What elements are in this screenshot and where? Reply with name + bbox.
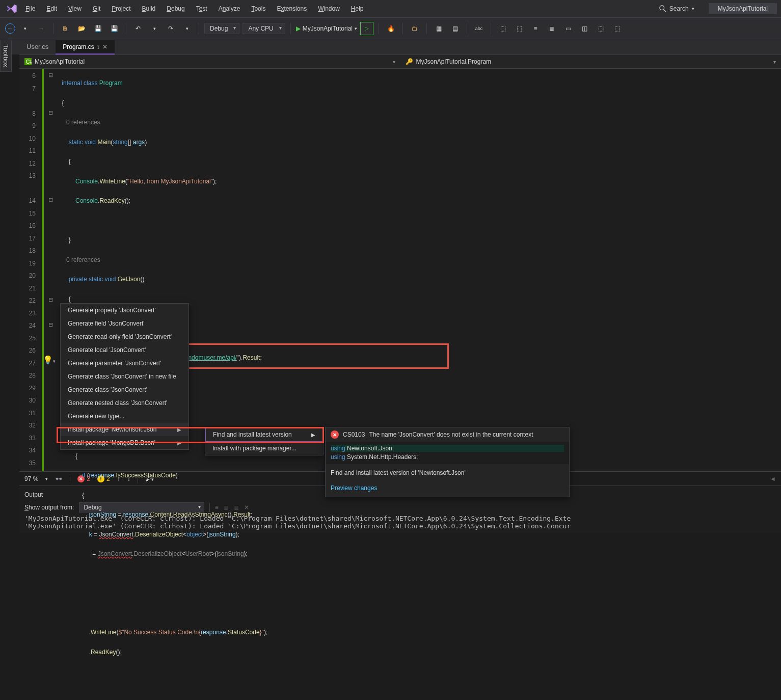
menu-project[interactable]: Project [106, 3, 136, 14]
output-source-combo[interactable]: Debug [79, 502, 204, 513]
chevron-right-icon: ▶ [162, 440, 181, 446]
document-tabs: User.cs Program.cs ⟟ ✕ [0, 39, 781, 55]
start-debug-button[interactable]: ▶MyJsonApiTutorial▾ [296, 25, 357, 32]
menu-test[interactable]: Test [191, 3, 212, 14]
hot-reload-icon[interactable]: 🔥 [384, 22, 397, 35]
svg-point-0 [660, 6, 664, 10]
preview-changes-link[interactable]: Preview changes [326, 481, 569, 497]
qf-gen-field[interactable]: Generate field 'JsonConvert' [61, 317, 188, 330]
toolbox-tab[interactable]: Toolbox [0, 40, 12, 72]
qf-gen-class[interactable]: Generate class 'JsonConvert' [61, 383, 188, 396]
start-without-debug-button[interactable]: ▷ [360, 22, 373, 35]
menu-debug[interactable]: Debug [161, 3, 190, 14]
vs-logo-icon [4, 1, 19, 16]
nav-back-button[interactable]: ← [5, 23, 15, 34]
tool-d[interactable]: ≣ [545, 22, 558, 35]
redo-dropdown[interactable]: ▾ [180, 22, 194, 35]
error-icon: ✕ [331, 430, 339, 439]
undo-button[interactable]: ↶ [131, 22, 145, 35]
nav-back-dropdown[interactable]: ▾ [18, 22, 32, 35]
qf-gen-class-newfile[interactable]: Generate class 'JsonConvert' in new file [61, 370, 188, 383]
error-line: ✕ CS0103 The name 'JsonConvert' does not… [326, 427, 569, 442]
qf-gen-property[interactable]: Generate property 'JsonConvert' [61, 304, 188, 317]
menu-build[interactable]: Build [137, 3, 161, 14]
qf-gen-new-type[interactable]: Generate new type... [61, 410, 188, 423]
platform-combo[interactable]: Any CPU [243, 23, 285, 34]
error-code: CS0103 [343, 431, 365, 438]
solution-title: MyJsonApiTutorial [709, 3, 777, 14]
tool-f[interactable]: ◫ [578, 22, 591, 35]
abc-button[interactable]: abc [472, 22, 486, 35]
nav-fwd-button[interactable]: → [35, 22, 48, 35]
menu-edit[interactable]: Edit [41, 3, 62, 14]
tool-a[interactable]: ⬚ [496, 22, 509, 35]
preview-panel: ✕ CS0103 The name 'JsonConvert' does not… [325, 427, 570, 497]
menubar: File Edit View Git Project Build Debug T… [0, 0, 781, 18]
menu-help[interactable]: Help [346, 3, 369, 14]
sub-install-pkg-mgr[interactable]: Install with package manager... [205, 442, 323, 455]
svg-line-1 [663, 10, 665, 12]
qf-gen-readonly-field[interactable]: Generate read-only field 'JsonConvert' [61, 330, 188, 343]
search-box[interactable]: Search▾ [655, 4, 698, 13]
class-icon: 🔑 [406, 58, 413, 65]
tool-g[interactable]: ⬚ [594, 22, 607, 35]
tool-h[interactable]: ⬚ [610, 22, 624, 35]
nav-project[interactable]: C# MyJsonApiTutorial [19, 56, 400, 67]
svg-text:C#: C# [26, 59, 32, 65]
qf-gen-parameter[interactable]: Generate parameter 'JsonConvert' [61, 357, 188, 370]
menu-git[interactable]: Git [88, 3, 105, 14]
menu-window[interactable]: Window [313, 3, 345, 14]
save-button[interactable]: 💾 [91, 22, 104, 35]
qf-install-mongodb[interactable]: Install package 'MongoDB.Bson'▶ [61, 436, 188, 449]
menu-extensions[interactable]: Extensions [272, 3, 312, 14]
nav-class[interactable]: 🔑 MyJsonApiTutorial.Program [400, 56, 782, 67]
lightbulb-icon[interactable]: 💡▾ [43, 355, 56, 365]
tab-user-cs[interactable]: User.cs [19, 40, 56, 55]
search-icon [659, 5, 666, 12]
qf-gen-local[interactable]: Generate local 'JsonConvert' [61, 343, 188, 357]
install-submenu: Find and install latest version▶ Install… [205, 427, 324, 455]
fold-column[interactable]: ⊟⊟⊟⊟⊟ [46, 69, 55, 471]
navigation-bar: C# MyJsonApiTutorial 🔑 MyJsonApiTutorial… [19, 55, 781, 69]
csharp-icon: C# [24, 58, 32, 65]
quickfix-menu: Generate property 'JsonConvert' Generate… [60, 303, 189, 450]
new-project-button[interactable]: 🗎 [59, 22, 72, 35]
sub-find-install-latest[interactable]: Find and install latest version▶ [205, 427, 323, 442]
preview-description: Find and install latest version of 'Newt… [326, 464, 569, 481]
menu-file[interactable]: File [20, 3, 40, 14]
tool-b[interactable]: ⬚ [513, 22, 526, 35]
qf-install-newtonsoft[interactable]: Install package 'Newtonsoft.Json'▶ [61, 423, 188, 436]
toolbar: ← ▾ → 🗎 📂 💾 💾 ↶ ▾ ↷ ▾ Debug Any CPU ▶MyJ… [0, 18, 781, 39]
chevron-right-icon: ▶ [296, 432, 315, 438]
qf-gen-nested-class[interactable]: Generate nested class 'JsonConvert' [61, 396, 188, 410]
tool-e[interactable]: ▭ [561, 22, 575, 35]
open-button[interactable]: 📂 [75, 22, 88, 35]
zoom-level[interactable]: 97 % [24, 475, 38, 482]
tool-c[interactable]: ≡ [529, 22, 542, 35]
redo-button[interactable]: ↷ [164, 22, 177, 35]
zoom-dropdown[interactable]: ▾ [45, 476, 48, 481]
tab-program-cs[interactable]: Program.cs ⟟ ✕ [56, 40, 114, 55]
preview-code: using Newtonsoft.Json; using System.Net.… [326, 442, 569, 464]
undo-dropdown[interactable]: ▾ [148, 22, 161, 35]
chevron-right-icon: ▶ [162, 427, 181, 433]
close-icon[interactable]: ✕ [102, 43, 107, 50]
error-message: The name 'JsonConvert' does not exist in… [369, 431, 533, 438]
pin-icon[interactable]: ⟟ [97, 44, 99, 50]
menu-tools[interactable]: Tools [246, 3, 271, 14]
change-marker [40, 69, 46, 471]
line-gutter: 6789101112131415161718192021222324252627… [19, 69, 40, 471]
layout2-button[interactable]: ▤ [448, 22, 462, 35]
save-all-button[interactable]: 💾 [107, 22, 121, 35]
browse-button[interactable]: 🗀 [408, 22, 421, 35]
menu-analyze[interactable]: Analyze [213, 3, 246, 14]
config-combo[interactable]: Debug [204, 23, 239, 34]
menu-view[interactable]: View [63, 3, 87, 14]
layout1-button[interactable]: ▦ [432, 22, 445, 35]
